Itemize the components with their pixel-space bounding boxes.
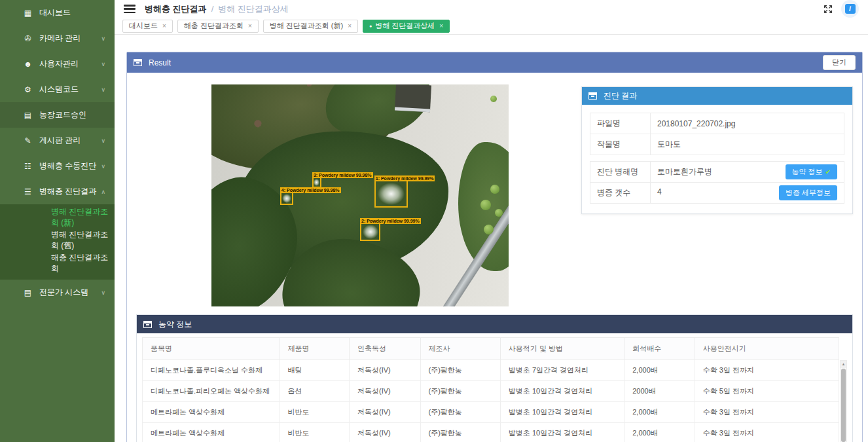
tab[interactable]: 해충 진단결과조회 × [177,20,259,33]
breadcrumb-separator: / [211,4,214,14]
sidebar-item[interactable]: ▦ 대시보드 [0,0,115,26]
pesticide-panel-title: 농약 정보 [158,319,192,330]
sidebar-item-label: 시스템코드 [39,84,79,95]
pesticide-row: 메트라페논 액상수화제 비반도 저독성(IV) (주)팜한농 발병초 10일간격… [143,402,839,423]
sidebar-subitem[interactable]: 병해 진단결과조회 (舊) [0,229,115,251]
chevron-icon: ∨ [101,163,105,170]
safety-period-cell: 수확 3일 전까지 [695,360,839,381]
sidebar: ▦ 대시보드 ✇ 카메라 관리 ∨ ☻ 사용자관리 ∨ ⚙ 시스템코드 ∨ [0,0,115,442]
scrollbar-up-arrow-icon[interactable]: ▲ [841,361,846,368]
result-panel-title: Result [149,58,171,67]
dilution-cell: 2,000배 [624,402,695,423]
hamburger-menu-icon[interactable] [124,5,136,13]
topbar-actions: i [823,0,859,18]
main-area: 병해충 진단결과 / 병해 진단결과상세 i 대시보드 × [115,0,868,442]
pesticide-info-panel: 농약 정보 품목명제품명인축독성제조사사용적기 및 방법희석배수사용 [136,314,853,442]
safety-period-cell: 수확 3일 전까지 [695,402,839,423]
breadcrumb-section[interactable]: 병해충 진단결과 [145,3,207,15]
result-panel-body: 1: Powdery mildew 99.99% 2: Powdery mild… [127,73,862,442]
tab-close-icon[interactable]: × [248,22,252,29]
sidebar-subitem[interactable]: 병해 진단결과조회 (新) [0,206,115,229]
result-top-row: 1: Powdery mildew 99.99% 2: Powdery mild… [136,82,853,306]
table-row: 파일명 20180107_220702.jpg [590,113,844,134]
sidebar-item[interactable]: ☻ 사용자관리 ∨ [0,51,115,77]
pesticide-info-button[interactable]: 농약 정보✔ [786,164,837,179]
sidebar-item[interactable]: ▤ 전문가 시스템 ∨ [0,280,115,305]
sidebar-item[interactable]: ☰ 병해충 진단결과 ∧ [0,179,115,204]
sidebar-subitem-label: 해충 진단결과조회 [51,252,115,274]
crop-name-value: 토마토 [651,134,844,155]
users-icon: ☻ [22,60,33,69]
content-area: Result 닫기 [115,35,868,442]
item-name-cell: 디페노코나졸.플루디옥소닐 수화제 [143,360,280,381]
table-row: 병증 갯수 병증 세부정보 4 [590,183,844,204]
result-panel-header: Result 닫기 [127,52,862,73]
archive-icon [588,92,597,100]
fullscreen-icon[interactable] [823,4,833,14]
column-header: 사용안전시기 [695,338,839,360]
dilution-cell: 2,000배 [624,360,695,381]
detection-label: 1: Powdery mildew 99.99% [374,175,435,181]
column-header: 사용적기 및 방법 [500,338,624,360]
crop-name-label: 작물명 [590,134,651,155]
sidebar-item[interactable]: ▤ 농장코드승인 [0,102,115,128]
maker-cell: (주)팜한농 [420,381,500,402]
sidebar-item[interactable]: ✇ 카메라 관리 ∨ [0,26,115,51]
tab-label: 병해 진단결과상세 [375,21,435,31]
toxicity-cell: 저독성(IV) [349,402,420,423]
tab-close-icon[interactable]: × [348,22,352,29]
sidebar-subitem[interactable]: 해충 진단결과조회 [0,251,115,274]
tab[interactable]: ● 병해 진단결과상세 × [363,20,450,33]
tab-close-icon[interactable]: × [439,22,443,29]
table-row: 진단 병해명 농약 정보✔ 토마토흰가루병 [590,162,844,183]
sidebar-item-label: 게시판 관리 [39,135,81,146]
tab-close-icon[interactable]: × [162,22,166,29]
sidebar-item[interactable]: ☷ 병해충 수동진단 ∨ [0,153,115,179]
diagnosis-result-panel: 진단 결과 파일명 20180107_220702.jpg 작물명 토마 [581,86,853,214]
chevron-icon: ∨ [101,138,105,144]
sidebar-item[interactable]: ✎ 게시판 관리 ∨ [0,128,115,153]
diagnosis-detail-table: 진단 병해명 농약 정보✔ 토마토흰가루병 병증 갯 [590,161,844,204]
usage-cell: 발병초 7일간격 경엽처리 [500,360,624,381]
scrollbar-thumb[interactable] [841,369,846,442]
column-header: 희석배수 [624,338,695,360]
usage-cell: 발병초 10일간격 경엽처리 [500,423,624,442]
expert-system-icon: ▤ [22,288,33,297]
chevron-icon: ∨ [101,61,105,67]
detection-box: 3: Powdery mildew 99.98% [312,177,321,188]
maker-cell: (주)팜한농 [420,402,500,423]
toxicity-cell: 저독성(IV) [349,423,420,442]
detection-box: 2: Powdery mildew 99.99% [360,223,380,241]
detection-label: 4: Powdery mildew 99.98% [280,187,341,193]
tab[interactable]: 병해 진단결과조회 (新) × [263,20,358,33]
file-name-label: 파일명 [590,113,651,134]
column-header: 인축독성 [349,338,420,360]
camera-icon: ✇ [22,34,33,43]
info-button[interactable]: i [841,0,859,18]
pesticide-table: 품목명제품명인축독성제조사사용적기 및 방법희석배수사용안전시기 디페노코나졸.… [142,337,839,442]
sidebar-item[interactable]: ⚙ 시스템코드 ∨ [0,77,115,102]
farm-code-icon: ▤ [22,111,33,120]
divider [590,155,844,161]
maker-cell: (주)팜한농 [420,423,500,442]
pesticide-table-header-row: 품목명제품명인축독성제조사사용적기 및 방법희석배수사용안전시기 [143,338,839,360]
tab[interactable]: 대시보드 × [122,20,173,33]
close-button[interactable]: 닫기 [823,55,856,70]
dilution-cell: 2,000배 [624,423,695,442]
sidebar-submenu: 병해 진단결과조회 (新) 병해 진단결과조회 (舊) 해충 진단결과조회 [0,204,115,280]
detection-label: 3: Powdery mildew 99.98% [312,172,373,178]
pesticide-row: 메트라페논 액상수화제 비반도 저독성(IV) (주)팜한농 발병초 10일간격… [143,423,839,442]
symptom-detail-button[interactable]: 병증 세부정보 [779,185,837,200]
product-name-cell: 비반도 [280,402,349,423]
table-scrollbar[interactable]: ▲ [840,360,847,442]
system-code-icon: ⚙ [22,85,33,94]
top-bar: 병해충 진단결과 / 병해 진단결과상세 i [115,0,868,18]
safety-period-cell: 수확 3일 전까지 [695,423,839,442]
item-name-cell: 디페노코나졸.피리오페논 액상수화제 [143,381,280,402]
result-panel: Result 닫기 [126,52,863,442]
diagnosis-photo: 1: Powdery mildew 99.99% 2: Powdery mild… [211,84,509,306]
tab-label: 병해 진단결과조회 (新) [270,21,343,31]
column-header: 제품명 [280,338,349,360]
disease-name-label: 진단 병해명 [590,162,651,183]
detection-layer: 1: Powdery mildew 99.99% 2: Powdery mild… [211,84,509,306]
